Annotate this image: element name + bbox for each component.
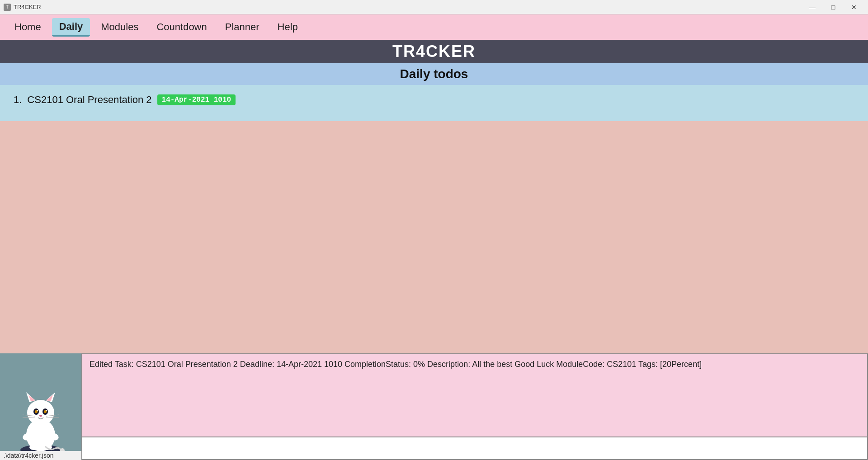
todo-area: 1. CS2101 Oral Presentation 2 14-Apr-202…	[0, 85, 868, 121]
file-path: .\data\tr4cker.json	[0, 451, 81, 460]
menu-item-planner[interactable]: Planner	[218, 19, 267, 36]
close-button[interactable]: ✕	[844, 0, 864, 14]
deadline-badge-1: 14-Apr-2021 1010	[157, 94, 236, 105]
title-bar-left: T TR4CKER	[4, 4, 41, 11]
svg-point-2	[27, 400, 54, 425]
svg-point-13	[39, 415, 42, 417]
maximize-button[interactable]: □	[823, 0, 844, 14]
app-title: TR4CKER	[392, 42, 476, 61]
todo-item-1[interactable]: 1. CS2101 Oral Presentation 2 14-Apr-202…	[14, 94, 854, 106]
page-title: Daily todos	[400, 67, 468, 81]
minimize-button[interactable]: —	[802, 0, 823, 14]
sub-header: Daily todos	[0, 63, 868, 85]
svg-point-12	[44, 410, 47, 413]
bottom-section: Edited Task: CS2101 Oral Presentation 2 …	[0, 353, 868, 460]
menu-bar: Home Daily Modules Countdown Planner Hel…	[0, 14, 868, 40]
app-header: TR4CKER	[0, 40, 868, 63]
menu-item-home[interactable]: Home	[7, 19, 48, 36]
output-log: Edited Task: CS2101 Oral Presentation 2 …	[82, 354, 867, 437]
menu-item-help[interactable]: Help	[270, 19, 305, 36]
title-bar-controls: — □ ✕	[802, 0, 864, 14]
output-section: Edited Task: CS2101 Oral Presentation 2 …	[81, 353, 868, 460]
title-bar: T TR4CKER — □ ✕	[0, 0, 868, 14]
menu-item-modules[interactable]: Modules	[94, 19, 146, 36]
title-bar-text: TR4CKER	[14, 4, 41, 10]
svg-point-11	[35, 410, 38, 413]
todo-text-1: CS2101 Oral Presentation 2	[27, 94, 151, 106]
menu-item-daily[interactable]: Daily	[52, 18, 90, 37]
todo-number-1: 1.	[14, 94, 22, 106]
mascot-cat	[9, 370, 72, 455]
command-input[interactable]	[82, 437, 867, 459]
menu-item-countdown[interactable]: Countdown	[149, 19, 214, 36]
mascot-area	[0, 353, 81, 460]
app-icon: T	[4, 4, 11, 11]
svg-point-20	[29, 445, 38, 450]
